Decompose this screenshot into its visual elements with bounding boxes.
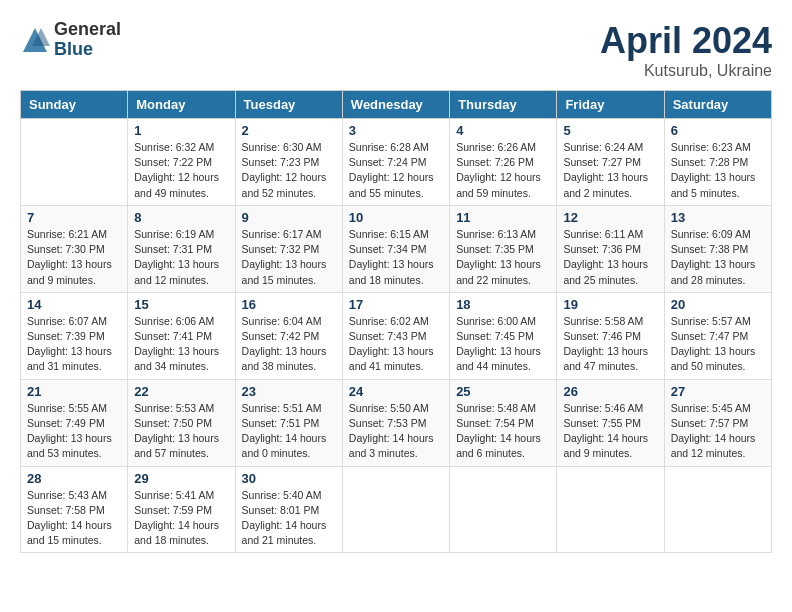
calendar-cell: 28Sunrise: 5:43 AM Sunset: 7:58 PM Dayli… bbox=[21, 466, 128, 553]
day-number: 29 bbox=[134, 471, 228, 486]
day-info: Sunrise: 6:15 AM Sunset: 7:34 PM Dayligh… bbox=[349, 227, 443, 288]
month-title: April 2024 bbox=[600, 20, 772, 62]
day-info: Sunrise: 6:13 AM Sunset: 7:35 PM Dayligh… bbox=[456, 227, 550, 288]
day-number: 10 bbox=[349, 210, 443, 225]
day-info: Sunrise: 5:45 AM Sunset: 7:57 PM Dayligh… bbox=[671, 401, 765, 462]
day-info: Sunrise: 6:11 AM Sunset: 7:36 PM Dayligh… bbox=[563, 227, 657, 288]
day-info: Sunrise: 5:46 AM Sunset: 7:55 PM Dayligh… bbox=[563, 401, 657, 462]
calendar-table: SundayMondayTuesdayWednesdayThursdayFrid… bbox=[20, 90, 772, 553]
calendar-cell: 13Sunrise: 6:09 AM Sunset: 7:38 PM Dayli… bbox=[664, 205, 771, 292]
logo-icon bbox=[20, 25, 50, 55]
calendar-cell: 24Sunrise: 5:50 AM Sunset: 7:53 PM Dayli… bbox=[342, 379, 449, 466]
day-number: 12 bbox=[563, 210, 657, 225]
calendar-cell: 30Sunrise: 5:40 AM Sunset: 8:01 PM Dayli… bbox=[235, 466, 342, 553]
calendar-week-row: 7Sunrise: 6:21 AM Sunset: 7:30 PM Daylig… bbox=[21, 205, 772, 292]
day-info: Sunrise: 5:57 AM Sunset: 7:47 PM Dayligh… bbox=[671, 314, 765, 375]
calendar-cell: 1Sunrise: 6:32 AM Sunset: 7:22 PM Daylig… bbox=[128, 119, 235, 206]
day-number: 17 bbox=[349, 297, 443, 312]
day-number: 15 bbox=[134, 297, 228, 312]
calendar-cell: 16Sunrise: 6:04 AM Sunset: 7:42 PM Dayli… bbox=[235, 292, 342, 379]
weekday-header: Thursday bbox=[450, 91, 557, 119]
calendar-cell: 8Sunrise: 6:19 AM Sunset: 7:31 PM Daylig… bbox=[128, 205, 235, 292]
weekday-header: Monday bbox=[128, 91, 235, 119]
day-number: 27 bbox=[671, 384, 765, 399]
day-number: 24 bbox=[349, 384, 443, 399]
day-number: 26 bbox=[563, 384, 657, 399]
calendar-cell: 20Sunrise: 5:57 AM Sunset: 7:47 PM Dayli… bbox=[664, 292, 771, 379]
calendar-cell: 19Sunrise: 5:58 AM Sunset: 7:46 PM Dayli… bbox=[557, 292, 664, 379]
calendar-cell: 2Sunrise: 6:30 AM Sunset: 7:23 PM Daylig… bbox=[235, 119, 342, 206]
weekday-header-row: SundayMondayTuesdayWednesdayThursdayFrid… bbox=[21, 91, 772, 119]
day-number: 1 bbox=[134, 123, 228, 138]
calendar-cell: 27Sunrise: 5:45 AM Sunset: 7:57 PM Dayli… bbox=[664, 379, 771, 466]
calendar-cell: 25Sunrise: 5:48 AM Sunset: 7:54 PM Dayli… bbox=[450, 379, 557, 466]
day-number: 5 bbox=[563, 123, 657, 138]
weekday-header: Sunday bbox=[21, 91, 128, 119]
day-number: 3 bbox=[349, 123, 443, 138]
day-info: Sunrise: 6:06 AM Sunset: 7:41 PM Dayligh… bbox=[134, 314, 228, 375]
page-header: General Blue April 2024 Kutsurub, Ukrain… bbox=[20, 20, 772, 80]
weekday-header: Friday bbox=[557, 91, 664, 119]
calendar-cell bbox=[450, 466, 557, 553]
calendar-cell: 23Sunrise: 5:51 AM Sunset: 7:51 PM Dayli… bbox=[235, 379, 342, 466]
day-number: 2 bbox=[242, 123, 336, 138]
day-info: Sunrise: 6:28 AM Sunset: 7:24 PM Dayligh… bbox=[349, 140, 443, 201]
day-number: 11 bbox=[456, 210, 550, 225]
day-info: Sunrise: 5:41 AM Sunset: 7:59 PM Dayligh… bbox=[134, 488, 228, 549]
day-info: Sunrise: 6:21 AM Sunset: 7:30 PM Dayligh… bbox=[27, 227, 121, 288]
day-info: Sunrise: 6:23 AM Sunset: 7:28 PM Dayligh… bbox=[671, 140, 765, 201]
calendar-cell: 12Sunrise: 6:11 AM Sunset: 7:36 PM Dayli… bbox=[557, 205, 664, 292]
day-number: 9 bbox=[242, 210, 336, 225]
calendar-cell: 6Sunrise: 6:23 AM Sunset: 7:28 PM Daylig… bbox=[664, 119, 771, 206]
calendar-cell: 14Sunrise: 6:07 AM Sunset: 7:39 PM Dayli… bbox=[21, 292, 128, 379]
calendar-week-row: 14Sunrise: 6:07 AM Sunset: 7:39 PM Dayli… bbox=[21, 292, 772, 379]
day-number: 13 bbox=[671, 210, 765, 225]
calendar-cell: 15Sunrise: 6:06 AM Sunset: 7:41 PM Dayli… bbox=[128, 292, 235, 379]
day-info: Sunrise: 6:07 AM Sunset: 7:39 PM Dayligh… bbox=[27, 314, 121, 375]
day-info: Sunrise: 6:17 AM Sunset: 7:32 PM Dayligh… bbox=[242, 227, 336, 288]
day-info: Sunrise: 6:24 AM Sunset: 7:27 PM Dayligh… bbox=[563, 140, 657, 201]
calendar-cell: 29Sunrise: 5:41 AM Sunset: 7:59 PM Dayli… bbox=[128, 466, 235, 553]
weekday-header: Saturday bbox=[664, 91, 771, 119]
calendar-week-row: 21Sunrise: 5:55 AM Sunset: 7:49 PM Dayli… bbox=[21, 379, 772, 466]
calendar-cell bbox=[21, 119, 128, 206]
day-info: Sunrise: 5:48 AM Sunset: 7:54 PM Dayligh… bbox=[456, 401, 550, 462]
calendar-cell: 3Sunrise: 6:28 AM Sunset: 7:24 PM Daylig… bbox=[342, 119, 449, 206]
day-number: 23 bbox=[242, 384, 336, 399]
calendar-cell: 10Sunrise: 6:15 AM Sunset: 7:34 PM Dayli… bbox=[342, 205, 449, 292]
day-info: Sunrise: 5:58 AM Sunset: 7:46 PM Dayligh… bbox=[563, 314, 657, 375]
day-number: 16 bbox=[242, 297, 336, 312]
calendar-cell: 26Sunrise: 5:46 AM Sunset: 7:55 PM Dayli… bbox=[557, 379, 664, 466]
calendar-cell: 21Sunrise: 5:55 AM Sunset: 7:49 PM Dayli… bbox=[21, 379, 128, 466]
day-info: Sunrise: 6:02 AM Sunset: 7:43 PM Dayligh… bbox=[349, 314, 443, 375]
logo-general-text: General bbox=[54, 20, 121, 40]
calendar-cell: 9Sunrise: 6:17 AM Sunset: 7:32 PM Daylig… bbox=[235, 205, 342, 292]
day-number: 14 bbox=[27, 297, 121, 312]
logo: General Blue bbox=[20, 20, 121, 60]
day-info: Sunrise: 6:09 AM Sunset: 7:38 PM Dayligh… bbox=[671, 227, 765, 288]
day-number: 4 bbox=[456, 123, 550, 138]
weekday-header: Wednesday bbox=[342, 91, 449, 119]
day-info: Sunrise: 5:55 AM Sunset: 7:49 PM Dayligh… bbox=[27, 401, 121, 462]
calendar-week-row: 28Sunrise: 5:43 AM Sunset: 7:58 PM Dayli… bbox=[21, 466, 772, 553]
day-info: Sunrise: 5:51 AM Sunset: 7:51 PM Dayligh… bbox=[242, 401, 336, 462]
day-info: Sunrise: 6:32 AM Sunset: 7:22 PM Dayligh… bbox=[134, 140, 228, 201]
calendar-week-row: 1Sunrise: 6:32 AM Sunset: 7:22 PM Daylig… bbox=[21, 119, 772, 206]
calendar-cell bbox=[664, 466, 771, 553]
weekday-header: Tuesday bbox=[235, 91, 342, 119]
day-number: 6 bbox=[671, 123, 765, 138]
day-number: 8 bbox=[134, 210, 228, 225]
day-info: Sunrise: 5:40 AM Sunset: 8:01 PM Dayligh… bbox=[242, 488, 336, 549]
day-info: Sunrise: 6:26 AM Sunset: 7:26 PM Dayligh… bbox=[456, 140, 550, 201]
title-area: April 2024 Kutsurub, Ukraine bbox=[600, 20, 772, 80]
day-number: 20 bbox=[671, 297, 765, 312]
calendar-cell: 4Sunrise: 6:26 AM Sunset: 7:26 PM Daylig… bbox=[450, 119, 557, 206]
location-title: Kutsurub, Ukraine bbox=[600, 62, 772, 80]
day-info: Sunrise: 5:53 AM Sunset: 7:50 PM Dayligh… bbox=[134, 401, 228, 462]
day-info: Sunrise: 5:43 AM Sunset: 7:58 PM Dayligh… bbox=[27, 488, 121, 549]
calendar-cell: 17Sunrise: 6:02 AM Sunset: 7:43 PM Dayli… bbox=[342, 292, 449, 379]
calendar-cell: 18Sunrise: 6:00 AM Sunset: 7:45 PM Dayli… bbox=[450, 292, 557, 379]
day-number: 22 bbox=[134, 384, 228, 399]
day-number: 18 bbox=[456, 297, 550, 312]
day-number: 21 bbox=[27, 384, 121, 399]
